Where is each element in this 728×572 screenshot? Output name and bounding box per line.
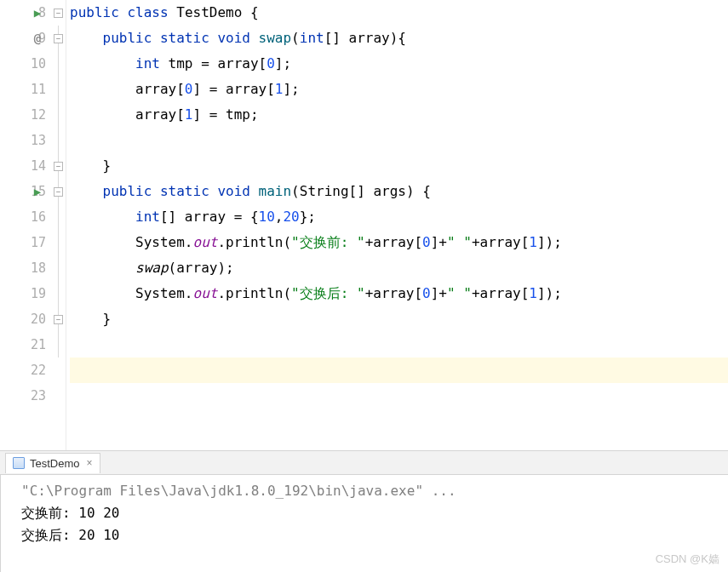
code-line: } [70, 153, 728, 179]
fold-toggle-icon[interactable]: − [54, 187, 63, 197]
line-number: 16 [24, 209, 46, 225]
console-output[interactable]: "C:\Program Files\Java\jdk1.8.0_192\bin\… [0, 475, 728, 572]
line-number: 13 [24, 133, 46, 148]
fold-end-icon[interactable]: − [54, 315, 63, 324]
code-line: array[0] = array[1]; [70, 77, 728, 102]
line-number: 19 [24, 286, 46, 301]
close-icon[interactable]: × [87, 457, 93, 469]
tab-file-icon [13, 457, 25, 469]
line-number: 14 [24, 158, 46, 174]
code-line: array[1] = tmp; [70, 102, 728, 128]
code-line: swap(array); [70, 255, 728, 281]
code-editor[interactable]: 8▶ 9@ 10 11 12 13 14 15▶ 16 17 18 19 20 … [0, 0, 728, 451]
console-output-line: 交换前: 10 20 [21, 502, 708, 524]
code-line [70, 383, 728, 409]
run-icon[interactable]: ▶ [29, 6, 46, 20]
code-line: public static void main(String[] args) { [70, 179, 728, 204]
code-line: public static void swap(int[] array){ [70, 26, 728, 51]
line-number: 18 [24, 260, 46, 276]
code-line: System.out.println("交换前: "+array[0]+" "+… [70, 230, 728, 255]
tab-label: TestDemo [30, 457, 80, 470]
code-line [70, 128, 728, 153]
console-panel: TestDemo × "C:\Program Files\Java\jdk1.8… [0, 451, 728, 572]
code-line [70, 332, 728, 358]
override-icon[interactable]: @ [29, 31, 46, 45]
line-number: 12 [24, 107, 46, 123]
line-number: 22 [24, 363, 46, 378]
code-line: } [70, 306, 728, 332]
line-number: 21 [24, 337, 46, 352]
fold-toggle-icon[interactable]: − [54, 9, 63, 18]
code-line: int tmp = array[0]; [70, 51, 728, 77]
run-icon[interactable]: ▶ [29, 185, 46, 198]
code-line-current [70, 358, 728, 383]
line-number: 11 [24, 82, 46, 97]
line-number: 17 [24, 235, 46, 250]
console-command: "C:\Program Files\Java\jdk1.8.0_192\bin\… [21, 480, 708, 502]
console-output-line: 交换后: 20 10 [21, 524, 708, 546]
line-number: 20 [24, 312, 46, 327]
line-number: 23 [24, 388, 46, 403]
fold-end-icon[interactable]: − [54, 162, 63, 171]
console-tab-item[interactable]: TestDemo × [5, 453, 100, 473]
watermark: CSDN @K嫱 [656, 552, 719, 567]
code-line: int[] array = {10,20}; [70, 204, 728, 230]
line-number: 10 [24, 56, 46, 72]
code-content[interactable]: public class TestDemo { public static vo… [66, 0, 728, 450]
console-tabs: TestDemo × [0, 451, 728, 475]
fold-column: − − − − − [51, 0, 66, 450]
line-gutter: 8▶ 9@ 10 11 12 13 14 15▶ 16 17 18 19 20 … [0, 0, 51, 450]
code-line: public class TestDemo { [70, 0, 728, 26]
code-line: System.out.println("交换后: "+array[0]+" "+… [70, 281, 728, 306]
fold-toggle-icon[interactable]: − [54, 34, 63, 43]
